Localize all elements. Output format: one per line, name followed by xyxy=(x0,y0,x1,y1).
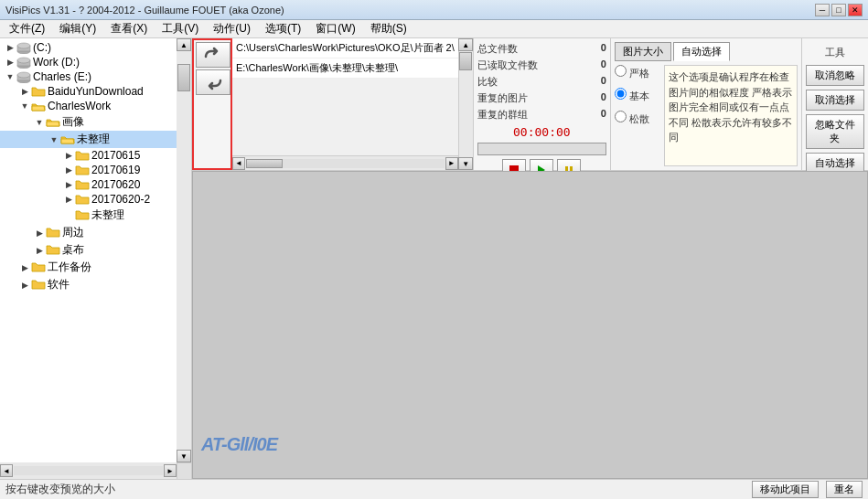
menu-item-tools[interactable]: 工具(V) xyxy=(156,19,204,38)
minimize-button[interactable]: ─ xyxy=(815,4,830,16)
tree-scroll-thumb[interactable] xyxy=(177,64,190,91)
menu-item-window[interactable]: 窗口(W) xyxy=(310,19,360,38)
status-hint: 按右键改变预览的大小 xyxy=(5,482,745,497)
duplicate-value: 0 xyxy=(601,91,606,105)
path-hscroll-track[interactable] xyxy=(246,159,445,168)
tree-item-20170620[interactable]: ▶ 20170620 xyxy=(0,177,191,192)
tree-arrow-20170620[interactable]: ▶ xyxy=(62,178,75,191)
severity-loose[interactable]: 松散 xyxy=(615,111,660,126)
tree-scroll-down[interactable]: ▼ xyxy=(177,450,191,462)
tree-item-e[interactable]: ▼ Charles (E:) xyxy=(0,69,191,84)
tree-hscrollbar[interactable]: ◄ ► xyxy=(0,462,177,479)
path-vscrollbar[interactable]: ▲ ▼ xyxy=(458,38,473,170)
menu-item-view[interactable]: 查看(X) xyxy=(105,19,153,38)
path-vscroll-up[interactable]: ▲ xyxy=(458,38,473,51)
add-path-button[interactable] xyxy=(196,42,230,68)
tree-scroll[interactable]: ▶ (C:) ▶ Work (D:) ▼ Ch xyxy=(0,38,191,479)
top-right-area: C:\Users\CharlesWork\Pictures\OKO足\片面者 2… xyxy=(192,38,868,171)
tree-arrow-workbackup[interactable]: ▶ xyxy=(18,261,31,274)
close-button[interactable]: ✕ xyxy=(848,4,863,16)
filter-tab-size[interactable]: 图片大小 xyxy=(615,42,671,61)
tree-item-baiduyun[interactable]: ▶ BaiduYunDownload xyxy=(0,84,191,99)
folder-icon-20170620 xyxy=(75,179,90,190)
filter-content: 严格 基本 松散 这个选项是确认程序在检查图片间的相似程度 严格表示图片完全相同… xyxy=(615,65,798,166)
tree-item-c[interactable]: ▶ (C:) xyxy=(0,40,191,55)
tree-item-20170615[interactable]: ▶ 20170615 xyxy=(0,148,191,163)
tree-item-desktop[interactable]: ▶ 桌布 xyxy=(0,241,191,259)
tree-item-images[interactable]: ▼ 画像 xyxy=(0,113,191,131)
severity-basic-radio[interactable] xyxy=(615,88,627,100)
path-vscroll-down[interactable]: ▼ xyxy=(458,157,473,170)
menu-item-help[interactable]: 帮助(S) xyxy=(365,19,413,38)
tree-arrow-20170620-2[interactable]: ▶ xyxy=(62,193,75,206)
compare-label: 比较 xyxy=(477,75,498,89)
tree-label-e: Charles (E:) xyxy=(33,70,91,83)
filter-tab-autosel[interactable]: 自动选择 xyxy=(673,42,730,61)
tree-hscroll-right[interactable]: ► xyxy=(164,464,177,477)
tree-item-20170619[interactable]: ▶ 20170619 xyxy=(0,163,191,177)
tree-arrow-charleswork[interactable]: ▼ xyxy=(18,100,31,112)
path-hscroll-left[interactable]: ◄ xyxy=(232,157,245,170)
tree-arrow-e[interactable]: ▼ xyxy=(4,70,16,83)
tree-item-workbackup[interactable]: ▶ 工作备份 xyxy=(0,259,191,276)
tree-arrow-unsorted[interactable]: ▼ xyxy=(48,133,60,146)
tree-arrow-surroundings[interactable]: ▶ xyxy=(33,227,46,239)
path-hscroll-right[interactable]: ► xyxy=(445,157,458,170)
tree-arrow-20170619[interactable]: ▶ xyxy=(62,164,75,176)
tree-label-baiduyun: BaiduYunDownload xyxy=(48,85,144,98)
right-buttons-panel: 工具 取消忽略 取消选择 忽略文件夹 自动选择 动作 移动 删除 🦊 关于 xyxy=(801,38,868,170)
menu-item-edit[interactable]: 编辑(Y) xyxy=(54,19,102,38)
tree-item-unsorted[interactable]: ▼ 未整理 xyxy=(0,131,191,148)
preview-area[interactable]: AT-Gll/I0E xyxy=(192,171,868,479)
folder-icon-20170620-2 xyxy=(75,194,90,205)
path-entry-1[interactable]: C:\Users\CharlesWork\Pictures\OKO足\片面者 2… xyxy=(232,38,458,58)
rename-button[interactable]: 重名 xyxy=(826,481,863,498)
menu-item-file[interactable]: 文件(Z) xyxy=(4,19,50,38)
tree-scroll-up[interactable]: ▲ xyxy=(177,38,191,51)
tree-arrow-software[interactable]: ▶ xyxy=(18,279,31,292)
tree-item-software[interactable]: ▶ 软件 xyxy=(0,276,191,293)
tree-vscrollbar[interactable]: ▲ ▼ xyxy=(177,38,191,462)
folder-icon-20170619 xyxy=(75,165,90,175)
tree-arrow-20170615[interactable]: ▶ xyxy=(62,149,75,162)
tree-arrow-images[interactable]: ▼ xyxy=(33,116,46,129)
path-vscroll-thumb[interactable] xyxy=(459,52,472,70)
maximize-button[interactable]: □ xyxy=(831,4,846,16)
severity-loose-radio[interactable] xyxy=(615,111,627,122)
remove-path-button[interactable] xyxy=(196,69,230,95)
stat-duplicate: 重复的图片 0 xyxy=(477,91,606,105)
severity-basic[interactable]: 基本 xyxy=(615,88,660,103)
severity-strict-radio[interactable] xyxy=(615,65,627,77)
folder-icon-20170615 xyxy=(75,150,90,161)
move-item-button[interactable]: 移动此项目 xyxy=(752,481,819,498)
tree-arrow-c[interactable]: ▶ xyxy=(4,41,16,54)
path-list-area: C:\Users\CharlesWork\Pictures\OKO足\片面者 2… xyxy=(232,38,458,170)
menu-item-options[interactable]: 选项(T) xyxy=(260,19,306,38)
read-label: 已读取文件数 xyxy=(477,58,538,72)
path-list[interactable]: C:\Users\CharlesWork\Pictures\OKO足\片面者 2… xyxy=(232,38,458,155)
path-hscrollbar[interactable]: ◄ ► xyxy=(232,155,458,170)
tree-arrow-desktop[interactable]: ▶ xyxy=(33,244,46,257)
severity-strict[interactable]: 严格 xyxy=(615,65,660,80)
tree-item-unsorted2[interactable]: 未整理 xyxy=(0,207,191,224)
tree-item-d[interactable]: ▶ Work (D:) xyxy=(0,55,191,69)
tree-hscroll-left[interactable]: ◄ xyxy=(0,464,13,477)
tree-item-surroundings[interactable]: ▶ 周边 xyxy=(0,224,191,241)
ignore-folder-button[interactable]: 忽略文件夹 xyxy=(806,114,864,149)
tree-arrow-d[interactable]: ▶ xyxy=(4,56,16,69)
preview-inner xyxy=(192,171,868,479)
folder-icon-unsorted2 xyxy=(75,210,90,221)
tree-item-20170620-2[interactable]: ▶ 20170620-2 xyxy=(0,192,191,207)
cancel-ignore-button[interactable]: 取消忽略 xyxy=(806,65,864,86)
main-container: ▶ (C:) ▶ Work (D:) ▼ Ch xyxy=(0,38,868,479)
tree-item-charleswork[interactable]: ▼ CharlesWork xyxy=(0,99,191,113)
tree-label-desktop: 桌布 xyxy=(62,242,84,258)
path-entry-2[interactable]: E:\CharlesWork\画像\未整理\未整理\ xyxy=(232,58,458,79)
tree-arrow-baiduyun[interactable]: ▶ xyxy=(18,85,31,98)
progress-bar-container xyxy=(477,143,606,155)
group-value: 0 xyxy=(601,108,606,122)
stats-panel: 总文件数 0 已读取文件数 0 比较 0 重复的图片 0 重复的群组 0 xyxy=(473,38,610,170)
cancel-select-button[interactable]: 取消选择 xyxy=(806,90,864,111)
menu-item-action[interactable]: 动作(U) xyxy=(208,19,256,38)
path-hscroll-thumb[interactable] xyxy=(246,159,283,168)
